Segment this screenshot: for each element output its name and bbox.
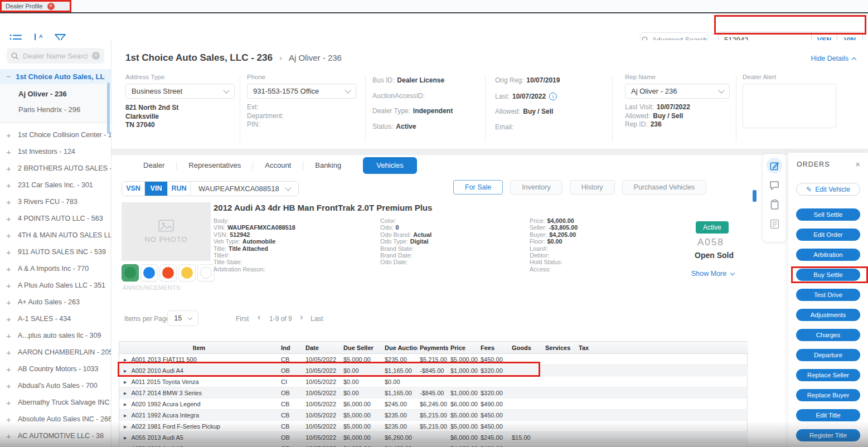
column-header[interactable]: Due Seller <box>341 342 382 354</box>
pagination-next-icon[interactable]: › <box>300 313 303 322</box>
edit-order-button[interactable]: Edit Order <box>796 229 860 241</box>
expand-plus-icon[interactable]: + <box>6 415 12 424</box>
edit-title-button[interactable]: Edit Title <box>796 409 860 421</box>
breadcrumb-rep[interactable]: Aj Oliver - 236 <box>289 53 342 62</box>
expand-plus-icon[interactable]: + <box>6 348 12 357</box>
hide-details-link[interactable]: Hide Details <box>811 55 856 62</box>
tab-representatives[interactable]: Representatives <box>177 157 253 174</box>
table-row[interactable]: ▶A058 2012 Audi A3OB10/05/2022$4,000.00$… <box>119 443 748 447</box>
tab-vehicles[interactable]: Vehicles <box>363 157 416 174</box>
table-row[interactable]: ▶A055 2013 Audi A5OB10/05/2022$6,000.00$… <box>119 432 748 443</box>
segment-run[interactable]: RUN <box>168 182 191 196</box>
sidebar-rep-item[interactable]: Paris Hendrix - 296 <box>0 102 111 118</box>
sidebar-dealer-item[interactable]: +2 BROTHERS AUTO SALES - 2 <box>0 160 111 177</box>
filter-history[interactable]: History <box>570 180 615 195</box>
expand-plus-icon[interactable]: + <box>6 264 12 274</box>
row-expander-icon[interactable]: ▶ <box>124 380 127 384</box>
departure-button[interactable]: Departure <box>796 349 860 361</box>
sidebar-dealer-item[interactable]: +Absolute Auto Sales INC - 266 <box>0 411 111 427</box>
expand-plus-icon[interactable]: + <box>6 431 12 441</box>
row-expander-icon[interactable]: ▶ <box>124 391 127 395</box>
arbitration-button[interactable]: Arbitration <box>796 249 860 261</box>
clipboard-icon[interactable] <box>770 200 779 212</box>
color-chip-yellow[interactable] <box>178 264 196 281</box>
sidebar-dealer-item[interactable]: +1st Choice Collision Center - 16 <box>0 127 111 143</box>
column-header[interactable]: Fees <box>478 342 510 354</box>
items-per-page-select[interactable]: 15 <box>167 310 198 326</box>
buy-settle-button[interactable]: Buy Settle <box>796 269 860 281</box>
forms-list-icon[interactable] <box>770 219 779 231</box>
row-expander-icon[interactable]: ▶ <box>124 402 127 406</box>
expand-plus-icon[interactable]: + <box>6 281 12 290</box>
table-row[interactable]: ▶A022 1981 Ford F-Series PickupCB10/05/2… <box>119 421 748 432</box>
sidebar-dealer-item[interactable]: +Abdual's Auto Sales - 700 <box>0 377 111 394</box>
row-expander-icon[interactable]: ▶ <box>124 358 127 362</box>
expand-plus-icon[interactable]: + <box>6 381 12 391</box>
sidebar-dealer-selected[interactable]: − 1st Choice Auto Sales, LLC - 2 <box>0 69 111 84</box>
sidebar-dealer-item[interactable]: +1st Investors - 124 <box>0 143 111 160</box>
vin-value-dropdown[interactable]: WAUPEAFMXCA088518 <box>191 182 298 196</box>
expand-plus-icon[interactable]: + <box>6 247 12 257</box>
segment-vin[interactable]: VIN <box>145 182 168 196</box>
sidebar-dealer-item[interactable]: +231 Car Sales Inc. - 301 <box>0 177 111 193</box>
column-header[interactable]: Date <box>303 342 341 354</box>
address-type-select[interactable]: Business Street <box>125 84 235 99</box>
dealer-profile-tab[interactable]: Dealer Profile × <box>0 0 71 12</box>
sidebar-dealer-item[interactable]: +A...plus auto sales llc - 309 <box>0 327 111 344</box>
dealer-name-search[interactable]: × <box>7 48 104 64</box>
segment-vsn[interactable]: VSN <box>122 182 145 196</box>
breadcrumb-dealer[interactable]: 1st Choice Auto Sales, LLC - 236 <box>125 52 273 64</box>
column-header[interactable]: Due Auction <box>382 342 418 354</box>
expand-plus-icon[interactable]: + <box>6 331 12 341</box>
pagination-prev-icon[interactable]: ‹ <box>258 313 260 322</box>
comments-icon[interactable] <box>769 181 779 192</box>
replace-buyer-button[interactable]: Replace Buyer <box>796 389 860 401</box>
color-chip-blue[interactable] <box>140 264 158 281</box>
color-chip-white[interactable] <box>197 264 215 281</box>
dealer-name-search-input[interactable] <box>22 51 89 61</box>
test-drive-button[interactable]: Test Drive <box>796 289 860 301</box>
expand-plus-icon[interactable]: + <box>6 197 12 207</box>
filter-inventory[interactable]: Inventory <box>510 180 562 195</box>
filter-for-sale[interactable]: For Sale <box>453 180 503 195</box>
tab-banking[interactable]: Banking <box>303 157 353 174</box>
table-row[interactable]: ▶A020 1992 Acura LegendCB10/05/2022$6,00… <box>119 399 748 410</box>
show-more-link[interactable]: Show More <box>691 270 734 278</box>
phone-select[interactable]: 931-553-1575 Office <box>247 84 356 99</box>
clear-search-icon[interactable]: × <box>92 52 100 60</box>
collapse-minus-icon[interactable]: − <box>6 72 11 80</box>
sidebar-dealer-item[interactable]: +AARON CHAMBERLAIN - 2053 <box>0 344 111 361</box>
tab-close-icon[interactable]: × <box>47 3 55 10</box>
expand-plus-icon[interactable]: + <box>6 147 12 157</box>
sidebar-scrollbar-thumb[interactable] <box>107 82 110 134</box>
sidebar-dealer-item[interactable]: +A-1 SALES - 434 <box>0 310 111 327</box>
sidebar-dealer-item[interactable]: +A & A Imports Inc - 770 <box>0 260 111 277</box>
color-chip-red[interactable] <box>159 264 177 281</box>
column-header[interactable]: Price <box>448 342 478 354</box>
expand-plus-icon[interactable]: + <box>6 214 12 224</box>
pagination-last[interactable]: Last <box>311 315 323 323</box>
close-icon[interactable]: × <box>855 160 860 168</box>
content-scrollbar-thumb[interactable] <box>753 190 757 202</box>
table-row[interactable]: ▶A021 1992 Acura IntegraCB10/05/2022$5,0… <box>119 410 748 421</box>
row-expander-icon[interactable]: ▶ <box>124 436 127 440</box>
register-title-button[interactable]: Register Title <box>796 429 860 441</box>
sell-settle-button[interactable]: Sell Settle <box>796 208 860 221</box>
column-header[interactable]: Item <box>119 342 279 354</box>
sidebar-dealer-item[interactable]: +AB Country Motors - 1033 <box>0 361 111 377</box>
adjustments-button[interactable]: Adjustments <box>796 309 860 321</box>
column-header[interactable]: Ind <box>279 342 303 354</box>
sidebar-dealer-item[interactable]: +4 POINTS AUTO LLC - 563 <box>0 210 111 227</box>
sidebar-dealer-item[interactable]: +A Plus Auto Sales LLC - 351 <box>0 277 111 294</box>
row-expander-icon[interactable]: ▶ <box>124 369 127 373</box>
expand-plus-icon[interactable]: + <box>6 164 12 173</box>
column-header[interactable]: Goods <box>510 342 543 354</box>
column-header[interactable]: Tax <box>576 342 603 354</box>
expand-plus-icon[interactable]: + <box>6 365 12 374</box>
sidebar-rep-item[interactable]: Aj Oliver - 236 <box>0 86 111 102</box>
tab-account[interactable]: Account <box>253 157 303 174</box>
expand-plus-icon[interactable]: + <box>6 130 12 140</box>
table-row[interactable]: ▶A001 2013 FIAT111 500CB10/05/2022$5,000… <box>119 354 748 365</box>
column-header[interactable]: Payments <box>418 342 448 354</box>
expand-plus-icon[interactable]: + <box>6 314 12 324</box>
